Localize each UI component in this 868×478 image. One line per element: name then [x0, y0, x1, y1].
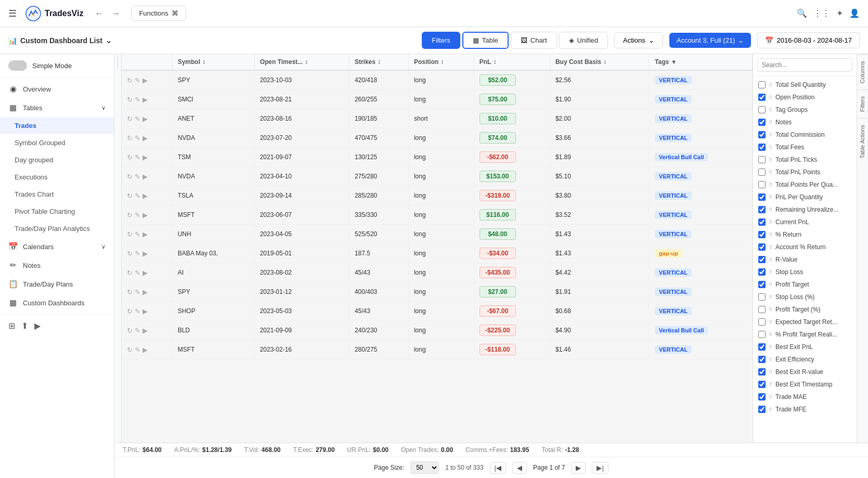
row-edit-icon[interactable]: ✎: [135, 115, 140, 123]
row-expand-icon[interactable]: ▶: [142, 115, 148, 123]
row-expand-icon[interactable]: ▶: [142, 307, 148, 315]
column-checkbox[interactable]: [758, 293, 766, 301]
row-expand-icon[interactable]: ▶: [142, 211, 148, 219]
sidebar-stats-icon[interactable]: ⊞: [8, 321, 15, 331]
row-refresh-icon[interactable]: ↻: [127, 115, 133, 123]
prev-page-button[interactable]: ◀: [512, 462, 527, 474]
row-edit-icon[interactable]: ✎: [135, 346, 140, 354]
column-checkbox[interactable]: [758, 181, 766, 188]
column-checkbox[interactable]: [758, 94, 766, 101]
column-search-input[interactable]: [757, 58, 852, 72]
column-item[interactable]: ⠿ R-Value: [753, 253, 857, 266]
row-refresh-icon[interactable]: ↻: [127, 96, 133, 104]
row-refresh-icon[interactable]: ↻: [127, 211, 133, 219]
col-tags[interactable]: Tags ▼: [650, 54, 753, 70]
grid-icon[interactable]: ⋮⋮: [813, 8, 830, 18]
column-checkbox[interactable]: [758, 318, 766, 326]
column-item[interactable]: ⠿ Total PnL Points: [753, 166, 857, 178]
column-item[interactable]: ⠿ Total Points Per Qua...: [753, 178, 857, 191]
column-item[interactable]: ⠿ Profit Target: [753, 278, 857, 291]
account-button[interactable]: Account 3, Full (21) ⌄: [669, 33, 752, 48]
row-expand-icon[interactable]: ▶: [142, 192, 148, 200]
column-checkbox[interactable]: [758, 131, 766, 138]
row-refresh-icon[interactable]: ↻: [127, 346, 133, 354]
column-checkbox[interactable]: [758, 368, 766, 376]
row-edit-icon[interactable]: ✎: [135, 269, 140, 277]
next-page-button[interactable]: ▶: [571, 462, 586, 474]
sidebar-item-calendars[interactable]: 📅 Calendars ∨: [0, 237, 114, 256]
column-checkbox[interactable]: [758, 256, 766, 263]
row-expand-icon[interactable]: ▶: [142, 288, 148, 296]
row-refresh-icon[interactable]: ↻: [127, 250, 133, 257]
column-checkbox[interactable]: [758, 231, 766, 238]
column-item[interactable]: ⠿ Trade MFE: [753, 403, 857, 416]
column-item[interactable]: ⠿ Total PnL Ticks: [753, 153, 857, 166]
row-refresh-icon[interactable]: ↻: [127, 269, 133, 277]
sidebar-item-trades-chart[interactable]: Trades Chart: [0, 186, 114, 203]
row-refresh-icon[interactable]: ↻: [127, 192, 133, 200]
column-item[interactable]: ⠿ Account % Return: [753, 241, 857, 253]
sidebar-item-custom-dashboards[interactable]: ▦ Custom Dashboards: [0, 293, 114, 312]
filters-tab[interactable]: Filters: [422, 32, 460, 49]
column-checkbox[interactable]: [758, 281, 766, 288]
row-edit-icon[interactable]: ✎: [135, 134, 140, 142]
row-refresh-icon[interactable]: ↻: [127, 153, 133, 161]
column-item[interactable]: ⠿ Trade MAE: [753, 391, 857, 403]
row-expand-icon[interactable]: ▶: [142, 269, 148, 277]
row-refresh-icon[interactable]: ↻: [127, 173, 133, 180]
row-edit-icon[interactable]: ✎: [135, 307, 140, 315]
sidebar-item-executions[interactable]: Executions: [0, 169, 114, 186]
column-item[interactable]: ⠿ Stop Loss (%): [753, 291, 857, 303]
row-expand-icon[interactable]: ▶: [142, 153, 148, 161]
row-expand-icon[interactable]: ▶: [142, 96, 148, 104]
sidebar-item-trade-day-plan[interactable]: Trade/Day Plan Analytics: [0, 220, 114, 237]
row-edit-icon[interactable]: ✎: [135, 250, 140, 257]
column-checkbox[interactable]: [758, 193, 766, 201]
columns-vert-tab[interactable]: Columns: [857, 54, 868, 89]
sidebar-item-tables[interactable]: ▦ Tables ∨: [0, 98, 114, 117]
search-nav-icon[interactable]: 🔍: [797, 8, 807, 18]
sidebar-item-overview[interactable]: ◉ Overview: [0, 80, 114, 98]
column-item[interactable]: ⠿ Total Fees: [753, 141, 857, 153]
sidebar-item-notes[interactable]: ✏ Notes: [0, 256, 114, 275]
dashboard-title[interactable]: 📊 Custom Dashboard List ⌄: [8, 36, 112, 45]
row-edit-icon[interactable]: ✎: [135, 173, 140, 180]
column-item[interactable]: ⠿ Open Position: [753, 91, 857, 104]
table-actions-vert-tab[interactable]: Table Actions: [857, 118, 868, 165]
column-checkbox[interactable]: [758, 218, 766, 226]
row-edit-icon[interactable]: ✎: [135, 153, 140, 161]
column-item[interactable]: ⠿ Notes: [753, 116, 857, 128]
row-expand-icon[interactable]: ▶: [142, 327, 148, 334]
page-size-select[interactable]: 50 100 200: [410, 461, 439, 474]
col-strikes[interactable]: Strikes ↕: [349, 54, 408, 70]
column-checkbox[interactable]: [758, 356, 766, 363]
row-refresh-icon[interactable]: ↻: [127, 307, 133, 315]
simple-mode-toggle[interactable]: [8, 60, 27, 71]
column-item[interactable]: ⠿ % Return: [753, 228, 857, 241]
column-item[interactable]: ⠿ PnL Per Quantity: [753, 191, 857, 203]
column-checkbox[interactable]: [758, 331, 766, 338]
chart-tab[interactable]: 🖼 Chart: [511, 32, 557, 49]
row-refresh-icon[interactable]: ↻: [127, 288, 133, 296]
column-item[interactable]: ⠿ Expected Target Ret...: [753, 316, 857, 328]
row-expand-icon[interactable]: ▶: [142, 76, 148, 84]
actions-button[interactable]: Actions ⌄: [614, 32, 663, 48]
column-checkbox[interactable]: [758, 406, 766, 413]
unified-tab[interactable]: ◈ Unified: [559, 32, 608, 49]
first-page-button[interactable]: |◀: [490, 462, 506, 474]
column-checkbox[interactable]: [758, 119, 766, 126]
row-edit-icon[interactable]: ✎: [135, 76, 140, 84]
column-checkbox[interactable]: [758, 206, 766, 213]
row-expand-icon[interactable]: ▶: [142, 134, 148, 142]
column-checkbox[interactable]: [758, 144, 766, 151]
column-checkbox[interactable]: [758, 156, 766, 163]
row-edit-icon[interactable]: ✎: [135, 211, 140, 219]
sidebar-video-icon[interactable]: ▶: [34, 321, 41, 331]
column-item[interactable]: ⠿ Stop Loss: [753, 266, 857, 278]
row-refresh-icon[interactable]: ↻: [127, 327, 133, 334]
table-tab[interactable]: ▦ Table: [462, 32, 509, 49]
column-checkbox[interactable]: [758, 169, 766, 176]
row-expand-icon[interactable]: ▶: [142, 250, 148, 257]
date-range-button[interactable]: 📅 2016-08-03 - 2024-08-17: [757, 32, 860, 48]
column-item[interactable]: ⠿ Profit Target (%): [753, 303, 857, 316]
